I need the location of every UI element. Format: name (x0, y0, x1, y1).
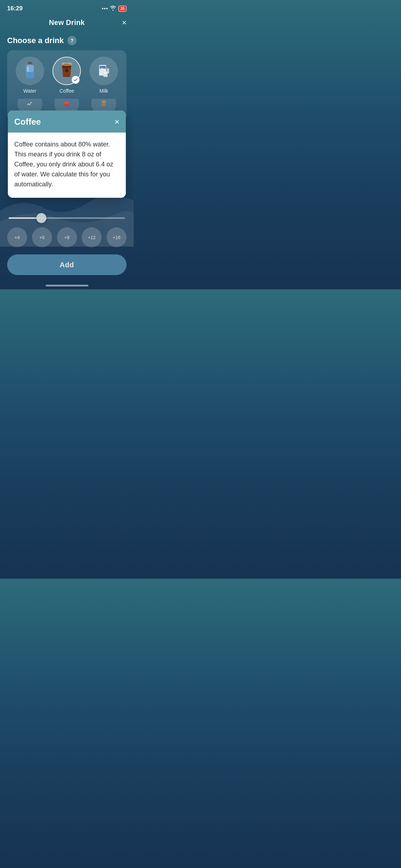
water-label: Water (23, 88, 36, 94)
modal-header: Coffee × (8, 110, 126, 133)
svg-rect-4 (27, 72, 33, 78)
svg-rect-22 (102, 101, 106, 103)
quick-add-8[interactable]: +8 (57, 227, 77, 247)
svg-rect-18 (104, 72, 107, 74)
header-close-button[interactable]: × (122, 19, 127, 27)
quick-add-12[interactable]: +12 (82, 227, 102, 247)
quick-add-4[interactable]: +4 (7, 227, 27, 247)
milk-circle: MILK (89, 57, 118, 85)
amount-slider-container (7, 217, 127, 219)
drink-item-water[interactable]: Water (16, 57, 44, 94)
wifi-icon (110, 6, 116, 12)
choose-label-row: Choose a drink ? (7, 36, 127, 45)
page-header: New Drink × (0, 15, 134, 32)
battery-badge: 20 (118, 6, 127, 12)
status-bar: 16:29 20 (0, 0, 134, 15)
bottom-section: +4 +6 +8 +12 +16 Add (0, 214, 134, 289)
quick-add-6[interactable]: +6 (32, 227, 52, 247)
svg-rect-10 (62, 64, 72, 66)
signal-icon (102, 8, 108, 9)
svg-rect-3 (26, 65, 34, 72)
svg-rect-5 (27, 67, 29, 72)
svg-text:MILK: MILK (101, 67, 105, 69)
quick-add-16[interactable]: +16 (107, 227, 127, 247)
coffee-info-modal: Coffee × Coffee contains about 80% water… (8, 110, 126, 198)
drink-item-coffee[interactable]: Coffee (52, 57, 81, 94)
modal-close-button[interactable]: × (114, 117, 119, 127)
slider-track (9, 217, 125, 219)
help-icon[interactable]: ? (67, 36, 77, 45)
status-time: 16:29 (7, 5, 22, 12)
modal-title: Coffee (14, 117, 41, 127)
slider-thumb[interactable] (36, 213, 46, 223)
svg-rect-1 (27, 64, 33, 65)
modal-body: Coffee contains about 80% water. This me… (8, 133, 126, 198)
add-button[interactable]: Add (7, 254, 127, 275)
svg-rect-20 (64, 102, 69, 104)
water-circle (16, 57, 44, 85)
page-title: New Drink (49, 19, 85, 27)
milk-label: Milk (99, 88, 108, 94)
drink-item-milk[interactable]: MILK Milk (89, 57, 118, 94)
coffee-label: Coffee (60, 88, 74, 94)
svg-point-9 (66, 69, 68, 72)
quick-add-row: +4 +6 +8 +12 +16 (7, 227, 127, 247)
modal-text: Coffee contains about 80% water. This me… (14, 140, 119, 189)
drink-row-1: Water (11, 57, 122, 94)
status-icons: 20 (102, 6, 127, 12)
choose-label: Choose a drink (7, 36, 64, 45)
coffee-circle (52, 57, 81, 85)
coffee-check-badge (72, 76, 79, 84)
